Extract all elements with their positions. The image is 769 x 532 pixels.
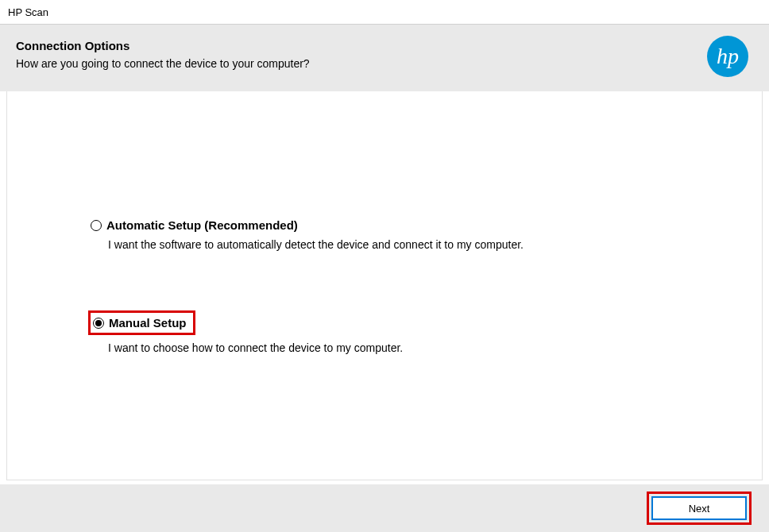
radio-description-manual: I want to choose how to connect the devi… bbox=[108, 341, 762, 354]
window-title-bar: HP Scan bbox=[0, 0, 769, 24]
header-section: Connection Options How are you going to … bbox=[0, 24, 769, 91]
highlight-box: Manual Setup bbox=[88, 310, 195, 335]
radio-label-manual: Manual Setup bbox=[109, 316, 187, 330]
next-button-highlight: Next bbox=[647, 492, 752, 525]
radio-row[interactable]: Automatic Setup (Recommended) bbox=[91, 218, 762, 232]
footer-bar: Next bbox=[0, 484, 769, 532]
next-button[interactable]: Next bbox=[651, 496, 747, 520]
header-text: Connection Options How are you going to … bbox=[16, 39, 707, 70]
page-subtitle: How are you going to connect the device … bbox=[16, 57, 707, 70]
radio-option-manual[interactable]: Manual Setup I want to choose how to con… bbox=[91, 310, 762, 354]
next-button-label: Next bbox=[689, 503, 710, 515]
radio-option-automatic[interactable]: Automatic Setup (Recommended) I want the… bbox=[91, 218, 762, 251]
hp-logo-icon: hp bbox=[707, 36, 748, 77]
radio-button-icon[interactable] bbox=[93, 318, 104, 329]
radio-description-automatic: I want the software to automatically det… bbox=[108, 238, 762, 251]
page-title: Connection Options bbox=[16, 39, 707, 52]
options-container: Automatic Setup (Recommended) I want the… bbox=[7, 91, 762, 354]
main-panel: Automatic Setup (Recommended) I want the… bbox=[6, 91, 763, 480]
radio-button-icon[interactable] bbox=[91, 220, 102, 231]
window-title: HP Scan bbox=[8, 6, 48, 18]
radio-label-automatic: Automatic Setup (Recommended) bbox=[106, 218, 298, 232]
